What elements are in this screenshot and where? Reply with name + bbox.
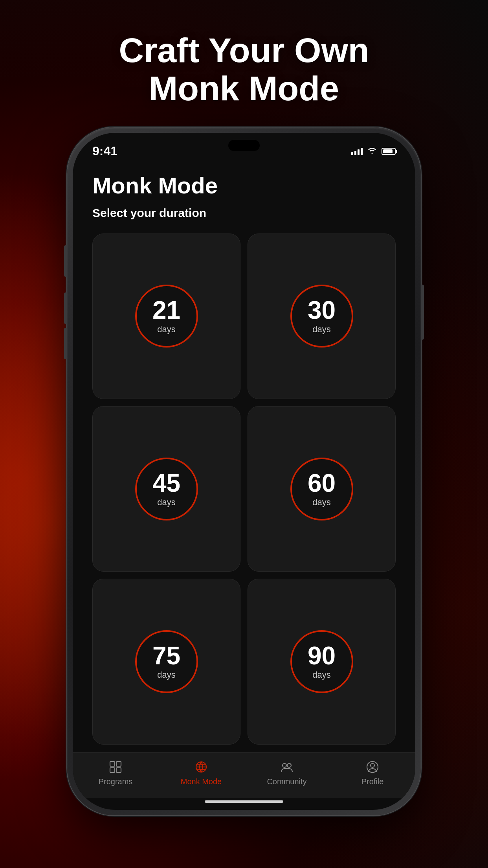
- tab-programs[interactable]: Programs: [92, 759, 139, 786]
- duration-label-30: days: [312, 324, 330, 335]
- tab-monk-mode-label: Monk Mode: [181, 777, 222, 786]
- monk-mode-icon: [191, 759, 211, 775]
- duration-label-45: days: [157, 497, 175, 508]
- duration-label-60: days: [312, 497, 330, 508]
- duration-number-75: 75: [152, 643, 180, 668]
- phone-shell: 9:41: [67, 127, 421, 815]
- duration-card-90[interactable]: 90 days: [248, 579, 396, 744]
- duration-grid: 21 days 30 days 45 days: [92, 234, 396, 752]
- tab-bar: Programs Monk Mode: [73, 752, 415, 798]
- duration-circle-30: 30 days: [290, 285, 353, 348]
- tab-programs-label: Programs: [99, 777, 133, 786]
- duration-circle-75: 75 days: [135, 630, 198, 693]
- svg-rect-3: [116, 768, 121, 772]
- home-indicator: [73, 798, 415, 810]
- phone-screen: 9:41: [73, 133, 415, 810]
- status-time: 9:41: [92, 144, 117, 158]
- duration-circle-45: 45 days: [135, 458, 198, 520]
- svg-rect-2: [110, 768, 115, 772]
- duration-card-45[interactable]: 45 days: [92, 406, 240, 572]
- page-heading: Craft Your Own Monk Mode: [119, 31, 369, 108]
- svg-point-8: [283, 763, 286, 767]
- wifi-icon: [367, 146, 377, 156]
- svg-rect-1: [116, 761, 121, 766]
- profile-icon: [363, 759, 382, 775]
- tab-community[interactable]: Community: [263, 759, 310, 786]
- svg-point-9: [287, 763, 291, 767]
- tab-monk-mode[interactable]: Monk Mode: [178, 759, 225, 786]
- duration-circle-21: 21 days: [135, 285, 198, 348]
- battery-icon: [382, 148, 396, 155]
- duration-number-45: 45: [152, 471, 180, 496]
- tab-profile-label: Profile: [361, 777, 384, 786]
- tab-community-label: Community: [267, 777, 306, 786]
- duration-circle-90: 90 days: [290, 630, 353, 693]
- svg-rect-0: [110, 761, 115, 766]
- duration-card-75[interactable]: 75 days: [92, 579, 240, 744]
- app-title: Monk Mode: [92, 172, 396, 199]
- app-subtitle: Select your duration: [92, 206, 396, 220]
- phone-mockup: 9:41: [67, 127, 421, 815]
- duration-label-90: days: [312, 670, 330, 680]
- dynamic-island: [228, 140, 260, 151]
- duration-number-90: 90: [308, 643, 336, 668]
- status-icons: [351, 146, 396, 156]
- duration-card-30[interactable]: 30 days: [248, 234, 396, 399]
- svg-point-11: [371, 763, 374, 767]
- community-icon: [277, 759, 297, 775]
- duration-card-60[interactable]: 60 days: [248, 406, 396, 572]
- signal-icon: [351, 147, 363, 155]
- app-content: Monk Mode Select your duration 21 days 3…: [73, 160, 415, 752]
- programs-icon: [106, 759, 125, 775]
- duration-label-75: days: [157, 670, 175, 680]
- duration-number-60: 60: [308, 471, 336, 496]
- duration-number-30: 30: [308, 298, 336, 323]
- duration-label-21: days: [157, 324, 175, 335]
- home-indicator-bar: [205, 800, 283, 803]
- duration-card-21[interactable]: 21 days: [92, 234, 240, 399]
- duration-circle-60: 60 days: [290, 458, 353, 520]
- tab-profile[interactable]: Profile: [349, 759, 396, 786]
- duration-number-21: 21: [152, 298, 180, 323]
